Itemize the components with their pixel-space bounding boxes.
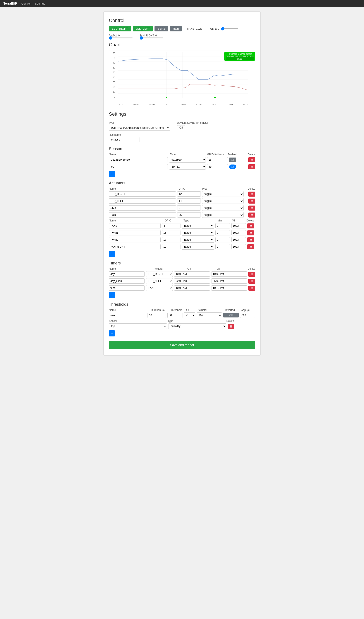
act-6-name[interactable] <box>109 230 161 235</box>
btn-led-right[interactable]: LED_RIGHT <box>109 26 131 31</box>
dst-toggle[interactable]: Off <box>177 125 185 130</box>
act-8-gpio[interactable] <box>162 244 181 249</box>
act-5-del-btn[interactable]: 🗑 <box>247 224 254 228</box>
chart-y-labels: 90 80 70 60 50 40 30 20 10 0 <box>109 52 116 98</box>
thr-1-dur[interactable] <box>148 313 166 318</box>
act-7-del-btn[interactable]: 🗑 <box>247 237 254 242</box>
act-4-type[interactable]: toggle <box>202 212 244 218</box>
act-3-gpio[interactable] <box>177 205 201 211</box>
btn-led-left[interactable]: LED_LEFT <box>133 26 153 31</box>
btn-rain[interactable]: Rain <box>170 26 182 31</box>
timer-3-name[interactable] <box>109 285 145 291</box>
act-8-name[interactable] <box>109 244 161 249</box>
add-threshold-btn[interactable]: + <box>109 330 115 337</box>
thr-1-threshold[interactable] <box>167 313 182 318</box>
act-6-gpio[interactable] <box>162 230 181 235</box>
btn-ssr2[interactable]: SSR2 <box>154 26 168 31</box>
act-3-type[interactable]: toggle <box>202 205 244 211</box>
thr-1-inv-btn[interactable]: Off <box>223 313 239 317</box>
actuator-row-6: range 🗑 <box>109 230 255 236</box>
range-col-name: Name <box>109 219 163 222</box>
navbar-link-settings[interactable]: Settings <box>35 2 45 5</box>
act-8-min[interactable] <box>215 244 230 249</box>
hostname-input[interactable] <box>109 137 140 142</box>
thr-1-sensor-del-btn[interactable]: 🗑 <box>228 324 234 329</box>
act-3-del-btn[interactable]: 🗑 <box>248 206 255 211</box>
sensor-2-name[interactable] <box>109 164 168 169</box>
sensor-1-gpio[interactable] <box>207 157 228 162</box>
act-7-min[interactable] <box>215 237 230 242</box>
sensor-1-enabled-btn[interactable]: Off <box>229 157 236 162</box>
timer-3-on[interactable] <box>174 285 210 291</box>
sensor-1-type[interactable]: ds18b20 <box>169 157 206 163</box>
act-2-del-btn[interactable]: 🗑 <box>248 198 255 204</box>
act-5-type[interactable]: range <box>182 223 214 229</box>
act-4-del-btn[interactable]: 🗑 <box>248 212 255 218</box>
sensor-2-delete-btn[interactable]: 🗑 <box>248 164 255 169</box>
add-actuator-btn[interactable]: + <box>109 251 115 257</box>
pwm1-slider[interactable] <box>221 28 238 29</box>
act-6-del-btn[interactable]: 🗑 <box>247 230 254 235</box>
pwm2-slider[interactable] <box>109 38 133 38</box>
add-sensor-btn[interactable]: + <box>109 171 115 177</box>
act-7-max[interactable] <box>231 237 246 242</box>
timer-3-del-btn[interactable]: 🗑 <box>248 286 255 291</box>
timer-2-del-btn[interactable]: 🗑 <box>248 279 255 284</box>
timezone-select[interactable]: (GMT+01:00) Amsterdam, Berlin, Bern, Rom… <box>109 125 170 131</box>
save-reboot-btn[interactable]: Save and reboot <box>109 341 255 349</box>
act-2-type[interactable]: toggle <box>202 198 244 204</box>
act-1-name[interactable] <box>109 191 176 197</box>
act-1-type[interactable]: toggle <box>202 191 244 197</box>
sensor-2-enabled-btn[interactable]: On <box>229 165 236 169</box>
threshold-row-1: < > Rain Off <box>109 312 255 318</box>
act-7-gpio[interactable] <box>162 237 181 242</box>
x-label-0600: 06:00 <box>118 103 123 106</box>
act-5-gpio[interactable] <box>162 223 181 228</box>
timer-1-on[interactable] <box>174 271 210 277</box>
act-1-gpio[interactable] <box>177 191 201 197</box>
timer-1-del-btn[interactable]: 🗑 <box>248 272 255 277</box>
timer-2-on[interactable] <box>174 278 210 284</box>
thr-1-sensor-sel[interactable]: top <box>109 323 167 329</box>
act-3-name[interactable] <box>109 205 176 211</box>
act-7-type[interactable]: range <box>182 237 214 243</box>
timer-3-actuator[interactable]: FANS <box>146 285 173 291</box>
thr-1-cmp[interactable]: < > <box>184 312 195 318</box>
timer-2-off[interactable] <box>211 278 247 284</box>
fan-right-slider[interactable] <box>140 38 163 38</box>
thr-1-actuator[interactable]: Rain <box>197 312 222 318</box>
timer-1-name[interactable] <box>109 271 145 277</box>
range-col-max: Min <box>232 219 245 222</box>
thr-1-sensor-type[interactable]: humidity temperature <box>168 323 226 329</box>
timer-3-off[interactable] <box>211 285 247 291</box>
timer-1-actuator[interactable]: LED_RIGHT <box>146 271 173 277</box>
act-4-gpio[interactable] <box>177 212 201 218</box>
timer-1-off[interactable] <box>211 271 247 277</box>
act-6-max[interactable] <box>231 230 246 235</box>
thr-1-gap[interactable] <box>240 313 255 318</box>
add-timer-btn[interactable]: + <box>109 292 115 298</box>
act-2-gpio[interactable] <box>177 198 201 204</box>
act-8-del-btn[interactable]: 🗑 <box>247 244 254 249</box>
timer-2-actuator[interactable]: LED_LEFT <box>146 278 173 284</box>
act-5-max[interactable] <box>231 223 246 228</box>
act-8-type[interactable]: range <box>182 244 214 250</box>
navbar-link-control[interactable]: Control <box>21 2 30 5</box>
sensor-2-type[interactable]: SHT31 <box>169 164 206 169</box>
y-label-50: 50 <box>109 71 116 74</box>
act-7-name[interactable] <box>109 237 161 242</box>
act-1-del-btn[interactable]: 🗑 <box>248 192 255 197</box>
y-label-90: 90 <box>109 52 116 55</box>
sensor-1-name[interactable] <box>109 157 168 162</box>
act-5-min[interactable] <box>215 223 230 228</box>
act-8-max[interactable] <box>231 244 246 249</box>
sensor-1-delete-btn[interactable]: 🗑 <box>248 157 255 162</box>
sensor-2-gpio[interactable] <box>207 164 228 169</box>
act-6-min[interactable] <box>215 230 230 235</box>
thr-1-name[interactable] <box>109 313 146 318</box>
act-2-name[interactable] <box>109 198 176 204</box>
act-6-type[interactable]: range <box>182 230 214 236</box>
act-5-name[interactable] <box>109 223 161 228</box>
timer-2-name[interactable] <box>109 278 145 284</box>
act-4-name[interactable] <box>109 212 176 218</box>
